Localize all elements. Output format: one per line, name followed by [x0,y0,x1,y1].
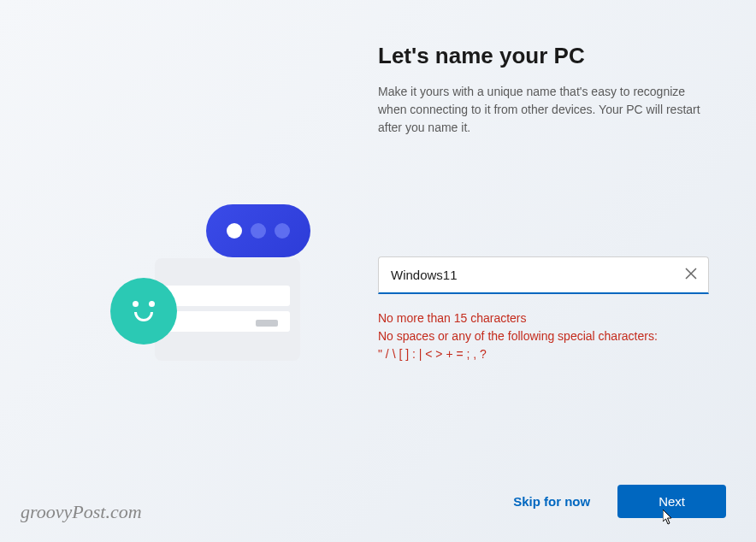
chat-bubble-icon [206,204,310,257]
pc-name-input[interactable] [378,256,709,294]
footer-actions: Skip for now Next [513,485,726,518]
validation-line-3: " / \ [ ] : | < > + = ; , ? [378,345,709,363]
page-subtitle: Make it yours with a unique name that's … [378,83,709,137]
page-title: Let's name your PC [378,43,709,69]
pc-name-input-wrapper [378,256,709,294]
setup-illustration [69,160,309,382]
validation-message: No more than 15 characters No spaces or … [378,309,709,363]
smiley-icon [110,278,177,345]
clear-input-button[interactable] [682,264,700,286]
watermark: groovyPost.com [21,501,142,523]
skip-link[interactable]: Skip for now [513,494,590,509]
validation-line-1: No more than 15 characters [378,309,709,327]
validation-line-2: No spaces or any of the following specia… [378,327,709,345]
content-panel: Let's name your PC Make it yours with a … [378,0,756,542]
illustration-panel [0,0,378,542]
close-icon [685,268,697,280]
next-button[interactable]: Next [617,485,726,518]
